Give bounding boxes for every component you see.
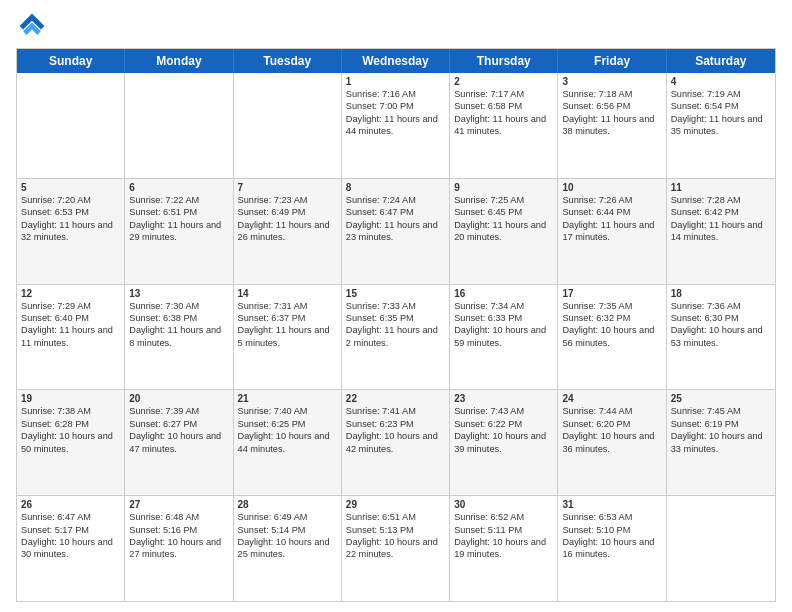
day-info: Sunrise: 6:48 AM Sunset: 5:16 PM Dayligh…	[129, 511, 228, 561]
day-number: 27	[129, 499, 228, 510]
calendar-cell-r3-c0: 19Sunrise: 7:38 AM Sunset: 6:28 PM Dayli…	[17, 390, 125, 495]
day-info: Sunrise: 7:33 AM Sunset: 6:35 PM Dayligh…	[346, 300, 445, 350]
calendar-cell-r2-c4: 16Sunrise: 7:34 AM Sunset: 6:33 PM Dayli…	[450, 285, 558, 390]
calendar-cell-r1-c2: 7Sunrise: 7:23 AM Sunset: 6:49 PM Daylig…	[234, 179, 342, 284]
day-number: 12	[21, 288, 120, 299]
day-number: 2	[454, 76, 553, 87]
calendar-cell-r2-c2: 14Sunrise: 7:31 AM Sunset: 6:37 PM Dayli…	[234, 285, 342, 390]
day-info: Sunrise: 7:17 AM Sunset: 6:58 PM Dayligh…	[454, 88, 553, 138]
day-number: 11	[671, 182, 771, 193]
day-number: 6	[129, 182, 228, 193]
day-number: 13	[129, 288, 228, 299]
day-info: Sunrise: 6:52 AM Sunset: 5:11 PM Dayligh…	[454, 511, 553, 561]
calendar-cell-r2-c0: 12Sunrise: 7:29 AM Sunset: 6:40 PM Dayli…	[17, 285, 125, 390]
calendar-cell-r0-c2	[234, 73, 342, 178]
day-number: 8	[346, 182, 445, 193]
calendar-cell-r4-c4: 30Sunrise: 6:52 AM Sunset: 5:11 PM Dayli…	[450, 496, 558, 601]
day-info: Sunrise: 7:30 AM Sunset: 6:38 PM Dayligh…	[129, 300, 228, 350]
header	[16, 10, 776, 42]
day-number: 4	[671, 76, 771, 87]
day-number: 3	[562, 76, 661, 87]
calendar-row-2: 12Sunrise: 7:29 AM Sunset: 6:40 PM Dayli…	[17, 285, 775, 391]
day-number: 1	[346, 76, 445, 87]
day-number: 14	[238, 288, 337, 299]
day-info: Sunrise: 7:44 AM Sunset: 6:20 PM Dayligh…	[562, 405, 661, 455]
header-cell-wednesday: Wednesday	[342, 49, 450, 73]
day-info: Sunrise: 7:38 AM Sunset: 6:28 PM Dayligh…	[21, 405, 120, 455]
logo	[16, 10, 52, 42]
day-number: 25	[671, 393, 771, 404]
calendar-row-4: 26Sunrise: 6:47 AM Sunset: 5:17 PM Dayli…	[17, 496, 775, 601]
day-number: 31	[562, 499, 661, 510]
calendar-cell-r2-c1: 13Sunrise: 7:30 AM Sunset: 6:38 PM Dayli…	[125, 285, 233, 390]
day-info: Sunrise: 7:16 AM Sunset: 7:00 PM Dayligh…	[346, 88, 445, 138]
day-number: 15	[346, 288, 445, 299]
day-info: Sunrise: 7:25 AM Sunset: 6:45 PM Dayligh…	[454, 194, 553, 244]
day-number: 26	[21, 499, 120, 510]
day-number: 19	[21, 393, 120, 404]
calendar-cell-r1-c5: 10Sunrise: 7:26 AM Sunset: 6:44 PM Dayli…	[558, 179, 666, 284]
day-info: Sunrise: 7:40 AM Sunset: 6:25 PM Dayligh…	[238, 405, 337, 455]
day-number: 30	[454, 499, 553, 510]
logo-icon	[16, 10, 48, 42]
day-info: Sunrise: 7:35 AM Sunset: 6:32 PM Dayligh…	[562, 300, 661, 350]
calendar-cell-r2-c5: 17Sunrise: 7:35 AM Sunset: 6:32 PM Dayli…	[558, 285, 666, 390]
day-number: 18	[671, 288, 771, 299]
calendar-row-1: 5Sunrise: 7:20 AM Sunset: 6:53 PM Daylig…	[17, 179, 775, 285]
page: SundayMondayTuesdayWednesdayThursdayFrid…	[0, 0, 792, 612]
day-info: Sunrise: 7:22 AM Sunset: 6:51 PM Dayligh…	[129, 194, 228, 244]
day-number: 16	[454, 288, 553, 299]
header-cell-sunday: Sunday	[17, 49, 125, 73]
day-number: 23	[454, 393, 553, 404]
calendar-cell-r3-c5: 24Sunrise: 7:44 AM Sunset: 6:20 PM Dayli…	[558, 390, 666, 495]
day-number: 20	[129, 393, 228, 404]
day-number: 5	[21, 182, 120, 193]
header-cell-monday: Monday	[125, 49, 233, 73]
day-info: Sunrise: 7:43 AM Sunset: 6:22 PM Dayligh…	[454, 405, 553, 455]
calendar-cell-r0-c1	[125, 73, 233, 178]
calendar-cell-r2-c6: 18Sunrise: 7:36 AM Sunset: 6:30 PM Dayli…	[667, 285, 775, 390]
calendar-cell-r3-c6: 25Sunrise: 7:45 AM Sunset: 6:19 PM Dayli…	[667, 390, 775, 495]
calendar-cell-r3-c4: 23Sunrise: 7:43 AM Sunset: 6:22 PM Dayli…	[450, 390, 558, 495]
calendar-cell-r3-c2: 21Sunrise: 7:40 AM Sunset: 6:25 PM Dayli…	[234, 390, 342, 495]
day-info: Sunrise: 7:24 AM Sunset: 6:47 PM Dayligh…	[346, 194, 445, 244]
calendar-row-3: 19Sunrise: 7:38 AM Sunset: 6:28 PM Dayli…	[17, 390, 775, 496]
day-info: Sunrise: 7:39 AM Sunset: 6:27 PM Dayligh…	[129, 405, 228, 455]
day-info: Sunrise: 7:45 AM Sunset: 6:19 PM Dayligh…	[671, 405, 771, 455]
header-cell-thursday: Thursday	[450, 49, 558, 73]
calendar-cell-r4-c3: 29Sunrise: 6:51 AM Sunset: 5:13 PM Dayli…	[342, 496, 450, 601]
calendar-cell-r4-c6	[667, 496, 775, 601]
day-info: Sunrise: 7:36 AM Sunset: 6:30 PM Dayligh…	[671, 300, 771, 350]
calendar-cell-r1-c1: 6Sunrise: 7:22 AM Sunset: 6:51 PM Daylig…	[125, 179, 233, 284]
day-number: 9	[454, 182, 553, 193]
calendar-cell-r4-c2: 28Sunrise: 6:49 AM Sunset: 5:14 PM Dayli…	[234, 496, 342, 601]
calendar-cell-r4-c5: 31Sunrise: 6:53 AM Sunset: 5:10 PM Dayli…	[558, 496, 666, 601]
calendar-cell-r1-c6: 11Sunrise: 7:28 AM Sunset: 6:42 PM Dayli…	[667, 179, 775, 284]
calendar-cell-r1-c4: 9Sunrise: 7:25 AM Sunset: 6:45 PM Daylig…	[450, 179, 558, 284]
day-info: Sunrise: 7:41 AM Sunset: 6:23 PM Dayligh…	[346, 405, 445, 455]
day-number: 29	[346, 499, 445, 510]
calendar-cell-r4-c1: 27Sunrise: 6:48 AM Sunset: 5:16 PM Dayli…	[125, 496, 233, 601]
header-cell-tuesday: Tuesday	[234, 49, 342, 73]
header-cell-friday: Friday	[558, 49, 666, 73]
day-info: Sunrise: 7:18 AM Sunset: 6:56 PM Dayligh…	[562, 88, 661, 138]
day-info: Sunrise: 6:47 AM Sunset: 5:17 PM Dayligh…	[21, 511, 120, 561]
header-cell-saturday: Saturday	[667, 49, 775, 73]
day-info: Sunrise: 7:26 AM Sunset: 6:44 PM Dayligh…	[562, 194, 661, 244]
calendar-cell-r0-c0	[17, 73, 125, 178]
calendar: SundayMondayTuesdayWednesdayThursdayFrid…	[16, 48, 776, 602]
day-info: Sunrise: 6:51 AM Sunset: 5:13 PM Dayligh…	[346, 511, 445, 561]
calendar-cell-r1-c0: 5Sunrise: 7:20 AM Sunset: 6:53 PM Daylig…	[17, 179, 125, 284]
calendar-cell-r1-c3: 8Sunrise: 7:24 AM Sunset: 6:47 PM Daylig…	[342, 179, 450, 284]
calendar-cell-r0-c4: 2Sunrise: 7:17 AM Sunset: 6:58 PM Daylig…	[450, 73, 558, 178]
calendar-cell-r0-c3: 1Sunrise: 7:16 AM Sunset: 7:00 PM Daylig…	[342, 73, 450, 178]
day-number: 10	[562, 182, 661, 193]
calendar-cell-r4-c0: 26Sunrise: 6:47 AM Sunset: 5:17 PM Dayli…	[17, 496, 125, 601]
day-info: Sunrise: 6:49 AM Sunset: 5:14 PM Dayligh…	[238, 511, 337, 561]
day-number: 28	[238, 499, 337, 510]
calendar-cell-r2-c3: 15Sunrise: 7:33 AM Sunset: 6:35 PM Dayli…	[342, 285, 450, 390]
day-number: 7	[238, 182, 337, 193]
day-number: 22	[346, 393, 445, 404]
day-info: Sunrise: 7:20 AM Sunset: 6:53 PM Dayligh…	[21, 194, 120, 244]
day-info: Sunrise: 6:53 AM Sunset: 5:10 PM Dayligh…	[562, 511, 661, 561]
